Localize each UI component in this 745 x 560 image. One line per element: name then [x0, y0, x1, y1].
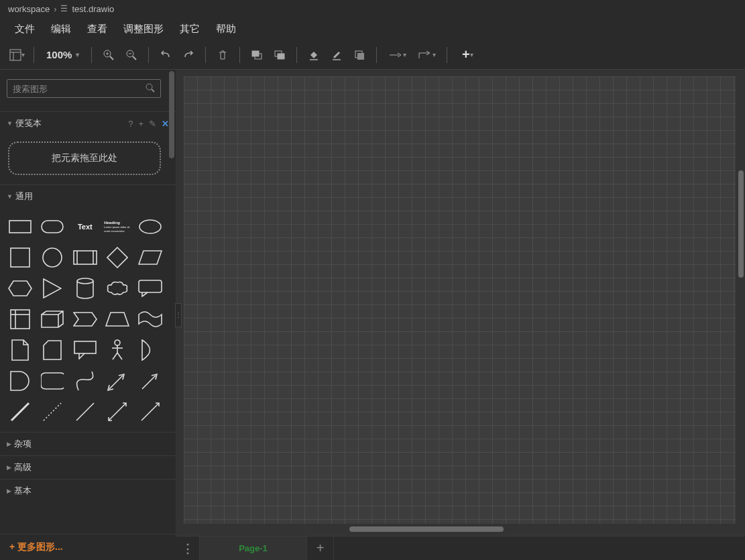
- drawing-canvas[interactable]: [184, 76, 736, 524]
- chevron-right-icon: ▶: [7, 464, 11, 471]
- zoom-out-button[interactable]: [120, 44, 143, 66]
- shape-ellipse[interactable]: [137, 215, 164, 239]
- svg-line-4: [110, 56, 113, 60]
- section-general-header[interactable]: ▼ 通用: [0, 184, 176, 208]
- menu-arrange[interactable]: 调整图形: [115, 19, 172, 40]
- menu-file[interactable]: 文件: [7, 19, 43, 40]
- svg-rect-22: [42, 221, 63, 233]
- zoom-dropdown[interactable]: 100% ▾: [40, 49, 86, 60]
- sidebar-scrollbar[interactable]: [169, 71, 174, 158]
- shape-note[interactable]: [7, 338, 34, 362]
- shape-diamond[interactable]: [104, 245, 131, 270]
- shape-search-input[interactable]: [7, 84, 140, 94]
- menu-help[interactable]: 帮助: [208, 19, 244, 40]
- redo-button[interactable]: [177, 44, 200, 66]
- shape-circle[interactable]: [39, 245, 66, 270]
- shape-textbox[interactable]: HeadingLorem ipsum dolor sit amet consec…: [104, 215, 131, 239]
- fill-color-button[interactable]: [302, 44, 325, 66]
- scratchpad-title: 便笺本: [15, 117, 128, 129]
- breadcrumb-file[interactable]: test.drawio: [72, 4, 114, 14]
- scratchpad-close-icon[interactable]: ✕: [162, 119, 169, 129]
- scratchpad-add-icon[interactable]: +: [138, 119, 144, 129]
- shape-dashed-line[interactable]: [39, 400, 66, 424]
- section-basic-header[interactable]: ▶ 基本: [0, 479, 176, 502]
- canvas-vertical-scrollbar[interactable]: [738, 170, 744, 278]
- view-mode-button[interactable]: ▾: [5, 44, 28, 66]
- sidebar-collapse-handle[interactable]: ⋮: [175, 303, 182, 327]
- chevron-down-icon: ▾: [433, 51, 436, 58]
- shape-text[interactable]: Text: [72, 215, 99, 239]
- shape-and[interactable]: [7, 369, 34, 393]
- scratchpad-section-header[interactable]: ▼ 便笺本 ? + ✎ ✕: [0, 111, 176, 135]
- canvas-area: ⋮ ⋮ Page-1 +: [176, 70, 745, 560]
- scratchpad-edit-icon[interactable]: ✎: [149, 119, 156, 129]
- menu-extras[interactable]: 其它: [172, 19, 208, 40]
- shape-callout[interactable]: [137, 276, 164, 300]
- line-color-button[interactable]: [325, 44, 348, 66]
- shape-data-store[interactable]: [39, 369, 66, 393]
- shape-cylinder[interactable]: [72, 276, 99, 300]
- canvas-horizontal-scrollbar[interactable]: [184, 526, 736, 533]
- svg-line-39: [117, 353, 122, 359]
- shape-internal-storage[interactable]: [7, 307, 34, 331]
- shape-parallelogram[interactable]: [137, 245, 164, 270]
- page-tabs-menu-button[interactable]: ⋮: [176, 537, 200, 560]
- shape-bidirectional-connector[interactable]: [104, 400, 131, 424]
- shape-hexagon[interactable]: [7, 276, 34, 300]
- shape-bidirectional-arrow[interactable]: [104, 369, 131, 393]
- zoom-in-button[interactable]: [97, 44, 120, 66]
- menu-view[interactable]: 查看: [79, 19, 115, 40]
- svg-rect-13: [278, 54, 284, 59]
- more-shapes-button[interactable]: + 更多图形...: [0, 534, 176, 560]
- shape-rounded-rectangle[interactable]: [39, 215, 66, 239]
- shape-process[interactable]: [72, 245, 99, 270]
- search-icon[interactable]: [140, 83, 160, 95]
- shape-thick-line[interactable]: [7, 400, 34, 424]
- undo-button[interactable]: [154, 44, 177, 66]
- svg-rect-14: [310, 59, 318, 60]
- page-tab-1[interactable]: Page-1: [200, 537, 307, 560]
- plus-icon: +: [462, 47, 470, 62]
- page-tabs: ⋮ Page-1 +: [176, 536, 745, 560]
- shape-step[interactable]: [72, 307, 99, 331]
- svg-line-8: [133, 56, 136, 60]
- shape-rectangle[interactable]: [7, 215, 34, 239]
- waypoint-style-button[interactable]: ▾: [412, 44, 441, 66]
- shape-search[interactable]: [7, 79, 161, 98]
- section-advanced-header[interactable]: ▶ 高级: [0, 455, 176, 479]
- shape-cube[interactable]: [39, 307, 66, 331]
- shape-card[interactable]: [39, 338, 66, 362]
- shadow-button[interactable]: [348, 44, 371, 66]
- delete-button[interactable]: [211, 44, 234, 66]
- section-misc-header[interactable]: ▶ 杂项: [0, 432, 176, 455]
- shape-arrow[interactable]: [137, 369, 164, 393]
- scratchpad-dropzone[interactable]: 把元素拖至此处: [8, 142, 161, 175]
- svg-rect-31: [11, 310, 30, 329]
- shape-speech-callout[interactable]: [72, 338, 99, 362]
- general-shapes-grid: Text HeadingLorem ipsum dolor sit amet c…: [0, 208, 176, 432]
- section-advanced-title: 高级: [14, 461, 169, 473]
- to-back-button[interactable]: [268, 44, 291, 66]
- breadcrumb-root[interactable]: workspace: [8, 4, 50, 14]
- add-page-button[interactable]: +: [307, 537, 334, 560]
- shape-trapezoid[interactable]: [104, 307, 131, 331]
- shape-line[interactable]: [72, 400, 99, 424]
- chevron-down-icon: ▾: [21, 51, 25, 58]
- shape-actor[interactable]: [104, 338, 131, 362]
- file-icon: ☰: [60, 4, 68, 13]
- shape-tape[interactable]: [137, 307, 164, 331]
- shape-cloud[interactable]: [104, 276, 131, 300]
- shape-curve[interactable]: [72, 369, 99, 393]
- menu-edit[interactable]: 编辑: [43, 19, 79, 40]
- shape-directional-connector[interactable]: [137, 400, 164, 424]
- insert-button[interactable]: + ▾: [453, 44, 482, 66]
- scratchpad-help-icon[interactable]: ?: [128, 119, 133, 129]
- svg-rect-21: [9, 221, 31, 233]
- to-front-button[interactable]: [245, 44, 268, 66]
- shape-triangle[interactable]: [39, 276, 66, 300]
- connection-style-button[interactable]: ▾: [382, 44, 412, 66]
- toolbar-separator: [205, 47, 206, 63]
- toolbar-separator: [296, 47, 297, 63]
- shape-or[interactable]: [137, 338, 164, 362]
- shape-square[interactable]: [7, 245, 34, 270]
